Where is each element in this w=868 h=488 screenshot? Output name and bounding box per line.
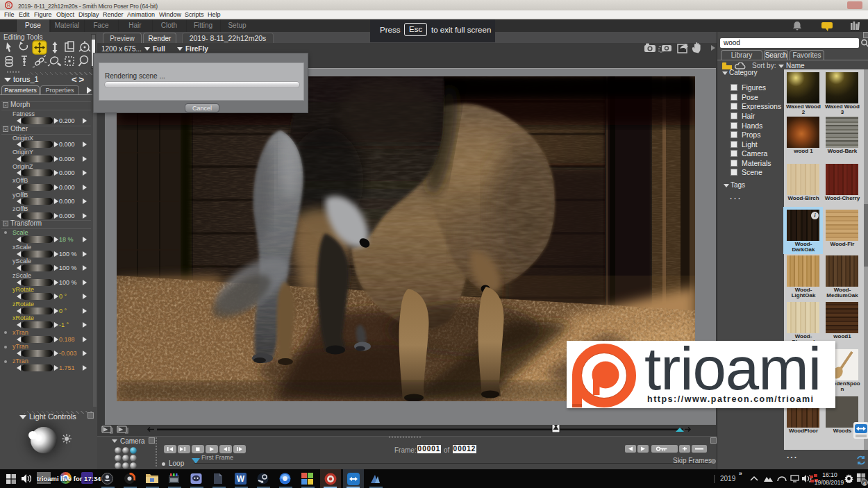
svg-text:W: W: [237, 474, 245, 484]
svg-text:R: R: [7, 3, 10, 8]
